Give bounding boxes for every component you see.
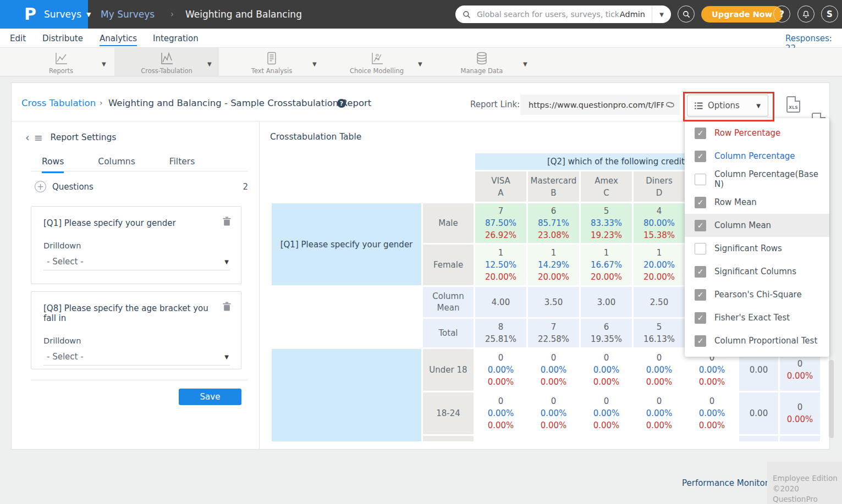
checkbox-unchecked-icon[interactable]	[695, 243, 706, 254]
line-chart-icon	[159, 52, 174, 65]
row-label-column-mean: Column Mean	[423, 287, 474, 317]
bell-icon	[802, 10, 810, 19]
help-button[interactable]: ?	[773, 5, 790, 23]
cell-1824-amex: 00.00%0.00%	[581, 392, 632, 434]
menu-item-column-mean[interactable]: ✓Column Mean	[685, 214, 829, 237]
search-scope-label: Admin	[620, 10, 652, 19]
tool-label: Reports	[49, 67, 73, 75]
breadcrumb-separator: ›	[170, 9, 174, 19]
tool-choice-modelling[interactable]: Choice Modelling	[341, 52, 412, 75]
cell-total-mastercard: 722.58%	[528, 319, 579, 347]
cell-colmean-mastercard: 3.50	[528, 287, 579, 317]
cross-tabulation-dropdown-caret[interactable]: ▼	[207, 61, 212, 67]
row-label-total: Total	[423, 319, 474, 347]
menu-item-column-percentage[interactable]: ✓Column Percentage	[685, 145, 829, 168]
checkbox-checked-icon[interactable]: ✓	[695, 266, 706, 278]
questionpro-logo-icon: P	[24, 6, 36, 23]
report-title: Weighting and Balancing - Sample Crossta…	[108, 98, 371, 108]
nav-integration[interactable]: Integration	[153, 34, 199, 43]
tool-label: Manage Data	[461, 67, 503, 75]
breadcrumb-current-survey: Weighting and Balancing	[185, 9, 302, 20]
question-card-q8: [Q8] Please specify the age bracket you …	[31, 291, 241, 369]
cell-u18-amex: 00.00%0.00%	[581, 349, 632, 391]
notifications-button[interactable]	[797, 5, 815, 23]
checkbox-checked-icon[interactable]: ✓	[695, 220, 706, 231]
tool-label: Choice Modelling	[350, 67, 404, 75]
tool-manage-data[interactable]: Manage Data	[446, 52, 518, 75]
cell-female-diners: 120.00%20.00%	[634, 245, 685, 285]
checkbox-checked-icon[interactable]: ✓	[695, 335, 706, 347]
search-button[interactable]	[678, 5, 695, 23]
cell-1824-mastercard: 00.00%0.00%	[528, 392, 579, 434]
row-label-male: Male	[423, 203, 474, 243]
report-settings-collapse[interactable]: ‹ ≡ Report Settings	[25, 131, 116, 143]
reports-dropdown-caret[interactable]: ▼	[102, 61, 106, 67]
menu-item-row-percentage[interactable]: ✓Row Percentage	[685, 121, 829, 145]
report-link-label: Report Link:	[470, 99, 520, 109]
report-link-field[interactable]	[520, 95, 680, 115]
upgrade-now-button[interactable]: Upgrade Now	[701, 6, 783, 23]
report-help-icon[interactable]: ?	[337, 99, 346, 108]
menu-item-row-mean[interactable]: ✓Row Mean	[685, 191, 829, 214]
cell-1824-visa: 00.00%0.00%	[475, 392, 526, 434]
drilldown-select-q1[interactable]: - Select - ▼	[43, 250, 230, 270]
question-card-q1: [Q1] Please specify your gender Drilldow…	[31, 206, 241, 284]
menu-item-pearsons-chi-square[interactable]: ✓Pearson's Chi-Square	[685, 283, 829, 306]
divider	[31, 171, 248, 171]
divider	[31, 380, 248, 380]
nav-analytics[interactable]: Analytics	[100, 34, 137, 46]
choice-modelling-dropdown-caret[interactable]: ▼	[418, 61, 422, 67]
table-scrollbar[interactable]	[829, 360, 834, 438]
drilldown-select-q8[interactable]: - Select - ▼	[43, 345, 230, 365]
col-header-diners: DinersD	[634, 171, 685, 202]
nav-distribute[interactable]: Distribute	[42, 34, 83, 43]
checkbox-checked-icon[interactable]: ✓	[695, 312, 706, 324]
menu-item-fishers-exact-test[interactable]: ✓Fisher's Exact Test	[685, 306, 829, 329]
link-icon[interactable]	[665, 99, 675, 110]
tool-cross-tabulation[interactable]: Cross-Tabulation	[131, 52, 202, 75]
checkbox-checked-icon[interactable]: ✓	[695, 128, 706, 139]
questions-row: + Questions 2	[35, 181, 248, 192]
report-url-input[interactable]	[527, 100, 665, 110]
cell-colmean-visa: 4.00	[475, 287, 526, 317]
document-icon	[266, 52, 278, 65]
manage-data-dropdown-caret[interactable]: ▼	[523, 61, 527, 67]
tool-reports[interactable]: Reports	[25, 52, 97, 75]
menu-item-significant-rows[interactable]: Significant Rows	[685, 237, 829, 260]
menu-item-column-proportional-test[interactable]: ✓Column Proportional Test	[685, 329, 829, 352]
nav-edit[interactable]: Edit	[10, 34, 26, 43]
tool-text-analysis[interactable]: Text Analysis	[236, 52, 307, 75]
menu-item-significant-columns[interactable]: ✓Significant Columns	[685, 260, 829, 283]
col-header-visa: VISAA	[475, 171, 526, 202]
global-search[interactable]: Admin ▼	[455, 5, 671, 23]
cell-total-amex: 619.35%	[581, 319, 632, 347]
delete-question-icon[interactable]	[223, 217, 231, 226]
add-question-button[interactable]: +	[35, 181, 46, 192]
col-header-amex: AmexC	[581, 171, 632, 202]
cell-male-mastercard: 685.71%23.08%	[528, 203, 579, 243]
text-analysis-dropdown-caret[interactable]: ▼	[312, 61, 317, 67]
checkbox-checked-icon[interactable]: ✓	[695, 197, 706, 208]
delete-question-icon[interactable]	[223, 302, 231, 311]
search-scope-dropdown[interactable]: ▼	[652, 5, 671, 23]
menu-item-column-percentage-base-n[interactable]: Column Percentage(Base N)	[685, 168, 829, 191]
checkbox-unchecked-icon[interactable]	[695, 174, 706, 185]
line-chart-icon	[54, 52, 68, 65]
options-label: Options	[708, 101, 740, 110]
checkbox-checked-icon[interactable]: ✓	[695, 289, 706, 301]
user-avatar[interactable]: S	[821, 5, 838, 23]
select-value: - Select -	[47, 257, 84, 267]
options-menu: ✓Row Percentage ✓Column Percentage Colum…	[685, 118, 829, 357]
cross-tabulation-link[interactable]: Cross Tabulation	[21, 98, 96, 108]
product-switcher[interactable]: P Surveys ▼	[0, 0, 88, 29]
export-xls-button[interactable]: XLS	[786, 96, 800, 113]
performance-monitor-link[interactable]: Performance Monitor	[682, 478, 768, 488]
questions-label: Questions	[52, 182, 93, 192]
drilldown-label: Drilldown	[43, 336, 230, 345]
breadcrumb-my-surveys[interactable]: My Surveys	[101, 9, 155, 20]
global-search-input[interactable]	[476, 9, 620, 19]
options-button[interactable]: Options ▼	[687, 95, 768, 117]
q8-label-cell	[272, 349, 421, 441]
checkbox-checked-icon[interactable]: ✓	[695, 151, 706, 162]
save-button[interactable]: Save	[179, 389, 241, 405]
